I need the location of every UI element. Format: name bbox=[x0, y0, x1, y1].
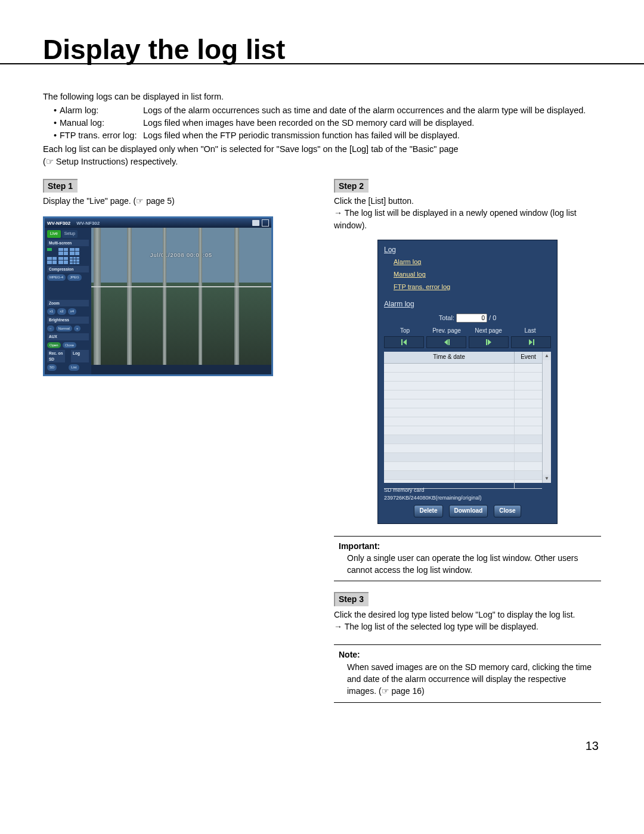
sd-memory-info: 239726KB/244080KB(remaining/original) bbox=[384, 494, 551, 502]
important-body: Only a single user can operate the log l… bbox=[339, 552, 596, 576]
scroll-up-icon[interactable]: ▲ bbox=[543, 352, 551, 360]
table-row[interactable] bbox=[384, 382, 542, 390]
step3-text-2: → The log list of the selected log type … bbox=[334, 621, 601, 633]
log-type-label: Manual log: bbox=[60, 117, 143, 129]
bullet: • bbox=[54, 104, 60, 117]
bullet: • bbox=[54, 117, 60, 129]
section-multiscreen: Multi-screen bbox=[47, 240, 89, 246]
layout-16-icon[interactable] bbox=[70, 257, 79, 264]
aux-open-button[interactable]: Open bbox=[47, 342, 61, 349]
pager-prev-label: Prev. page bbox=[426, 327, 467, 336]
current-log-title: Alarm log bbox=[384, 299, 551, 309]
table-row[interactable] bbox=[384, 408, 542, 417]
log-table: Time & date Event bbox=[384, 352, 542, 483]
brightness-plus-button[interactable]: + bbox=[74, 325, 81, 332]
aux-close-button[interactable]: Close bbox=[63, 342, 76, 349]
rec-sd-button[interactable]: SD bbox=[47, 364, 57, 371]
link-alarm-log[interactable]: Alarm log bbox=[394, 258, 551, 267]
log-type-label: Alarm log: bbox=[60, 104, 143, 117]
live-timestamp: Jul/01/2008 00:00:05 bbox=[91, 252, 271, 259]
step1-label: Step 1 bbox=[43, 179, 78, 193]
camera-model-left: WV-NF302 bbox=[47, 220, 70, 227]
intro-line: The following logs can be displayed in l… bbox=[43, 91, 601, 103]
snapshot-icon[interactable] bbox=[252, 220, 259, 226]
scroll-down-icon[interactable]: ▼ bbox=[543, 475, 551, 483]
title-rule bbox=[0, 63, 644, 64]
tab-setup[interactable]: Setup bbox=[62, 230, 78, 237]
intro-tail-2: (☞ Setup Instructions) respectively. bbox=[43, 156, 601, 168]
live-page-screenshot: WV-NF302 WV-NF302 Live Setup Multi-scree… bbox=[43, 216, 273, 376]
table-row[interactable] bbox=[384, 399, 542, 408]
page-number: 13 bbox=[43, 737, 601, 755]
layout-1-icon[interactable] bbox=[47, 248, 57, 255]
scrollbar[interactable]: ▲ ▼ bbox=[542, 352, 551, 483]
table-row[interactable] bbox=[384, 435, 542, 444]
table-row[interactable] bbox=[384, 417, 542, 426]
close-button[interactable]: Close bbox=[494, 505, 521, 517]
layout-4-icon[interactable] bbox=[58, 248, 68, 255]
pager-prev-button[interactable] bbox=[426, 336, 466, 348]
zoom-x4-button[interactable]: x4 bbox=[68, 308, 76, 315]
pager-last-button[interactable] bbox=[511, 336, 551, 348]
download-button[interactable]: Download bbox=[449, 505, 488, 517]
log-type-desc: Logs filed when images have been recorde… bbox=[143, 117, 601, 129]
pager-last-label: Last bbox=[509, 327, 551, 336]
table-row[interactable] bbox=[384, 471, 542, 480]
table-row[interactable] bbox=[384, 444, 542, 453]
table-row[interactable] bbox=[384, 390, 542, 399]
layout-4b-icon[interactable] bbox=[70, 248, 79, 255]
scroll-track[interactable] bbox=[543, 360, 551, 475]
section-aux: AUX bbox=[47, 333, 89, 340]
note-box: Note: When saved images are on the SD me… bbox=[334, 644, 601, 702]
prev-icon bbox=[442, 339, 451, 346]
note-body: When saved images are on the SD memory c… bbox=[339, 661, 596, 697]
intro-tail-1: Each log list can be displayed only when… bbox=[43, 143, 601, 156]
expand-icon[interactable] bbox=[262, 219, 269, 227]
layout-icon[interactable] bbox=[58, 257, 68, 264]
live-view: Jul/01/2008 00:00:05 bbox=[91, 228, 271, 365]
section-rec-on-sd: Rec. on SD bbox=[47, 350, 65, 362]
step3-text-1: Click the desired log type listed below … bbox=[334, 609, 601, 621]
tab-live[interactable]: Live bbox=[47, 230, 61, 237]
section-zoom: Zoom bbox=[47, 300, 89, 306]
brightness-normal-button[interactable]: Normal bbox=[56, 325, 72, 332]
note-title: Note: bbox=[339, 649, 596, 661]
skip-first-icon bbox=[400, 339, 409, 346]
total-label: Total: bbox=[439, 314, 454, 321]
delete-button[interactable]: Delete bbox=[414, 505, 442, 517]
bullet: • bbox=[54, 129, 60, 142]
table-row[interactable] bbox=[384, 364, 542, 373]
zoom-x2-button[interactable]: x2 bbox=[57, 308, 66, 315]
log-list-button[interactable]: List bbox=[69, 364, 79, 371]
table-row[interactable] bbox=[384, 462, 542, 471]
compression-mpeg4-button[interactable]: MPEG-4 bbox=[47, 274, 66, 281]
pager-next-label: Next page bbox=[467, 327, 509, 336]
total-suffix: / 0 bbox=[489, 314, 496, 321]
pager-top-label: Top bbox=[384, 327, 426, 336]
next-icon bbox=[484, 339, 494, 346]
col-event[interactable]: Event bbox=[515, 352, 542, 363]
total-input[interactable] bbox=[456, 314, 487, 323]
skip-last-icon bbox=[527, 339, 536, 346]
step2-text-2: → The log list will be displayed in a ne… bbox=[334, 207, 601, 231]
camera-model-right: WV-NF302 bbox=[76, 220, 100, 227]
intro-block: The following logs can be displayed in l… bbox=[43, 91, 601, 168]
section-brightness: Brightness bbox=[47, 317, 89, 323]
log-type-desc: Logs filed when the FTP periodic transmi… bbox=[143, 129, 601, 142]
table-row[interactable] bbox=[384, 453, 542, 462]
log-heading: Log bbox=[384, 245, 551, 255]
pager-next-button[interactable] bbox=[469, 336, 509, 348]
table-row[interactable] bbox=[384, 426, 542, 435]
table-row[interactable] bbox=[384, 373, 542, 382]
log-type-desc: Logs of the alarm occurrences such as ti… bbox=[143, 104, 601, 117]
col-time-date[interactable]: Time & date bbox=[384, 352, 515, 363]
link-ftp-error-log[interactable]: FTP trans. error log bbox=[394, 283, 551, 292]
link-manual-log[interactable]: Manual log bbox=[394, 270, 551, 280]
pager-top-button[interactable] bbox=[384, 336, 424, 348]
log-list-window: Log Alarm log Manual log FTP trans. erro… bbox=[377, 240, 558, 524]
zoom-x1-button[interactable]: x1 bbox=[47, 308, 55, 315]
brightness-minus-button[interactable]: − bbox=[47, 325, 54, 332]
compression-jpeg-button[interactable]: JPEG bbox=[67, 274, 82, 281]
step2-label: Step 2 bbox=[334, 179, 369, 193]
layout-icon[interactable] bbox=[47, 257, 57, 264]
